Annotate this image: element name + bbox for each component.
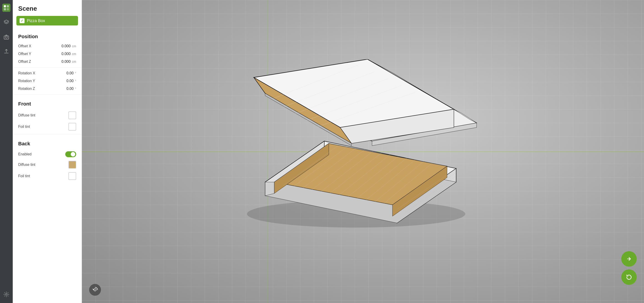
front-foil-tint-swatch[interactable]	[68, 123, 76, 130]
back-foil-tint-swatch[interactable]	[68, 172, 76, 180]
offset-x-unit: cm	[72, 44, 76, 48]
offset-z-row: Offset Z 0.000 cm	[13, 58, 82, 66]
offset-z-label: Offset Z	[18, 60, 31, 64]
rotation-z-num: 0.00	[66, 87, 74, 91]
svg-point-7	[6, 294, 7, 295]
offset-z-unit: cm	[72, 60, 76, 64]
svg-rect-2	[4, 8, 6, 10]
back-diffuse-tint-label: Diffuse tint	[18, 163, 35, 167]
layers-icon[interactable]	[2, 18, 10, 26]
panel-title: Scene	[13, 0, 82, 16]
rotation-x-unit: °	[75, 72, 76, 75]
rotation-x-num: 0.00	[66, 71, 74, 75]
bottom-right-buttons	[621, 251, 637, 285]
settings-icon[interactable]	[2, 290, 10, 298]
next-button[interactable]	[621, 251, 637, 266]
front-section-title: Front	[13, 96, 82, 110]
rotation-z-label: Rotation Z	[18, 87, 35, 91]
front-diffuse-tint-row: Diffuse tint	[13, 110, 82, 121]
svg-rect-0	[4, 5, 6, 7]
offset-x-row: Offset X 0.000 cm	[13, 42, 82, 50]
front-diffuse-tint-swatch[interactable]	[68, 112, 76, 119]
scene-item-pizza-box[interactable]: Pizza Box	[16, 16, 78, 26]
back-diffuse-tint-swatch[interactable]	[68, 161, 76, 168]
front-foil-tint-row: Foil tint	[13, 121, 82, 132]
offset-y-row: Offset Y 0.000 cm	[13, 50, 82, 58]
svg-marker-22	[265, 182, 274, 196]
back-diffuse-tint-row: Diffuse tint	[13, 159, 82, 170]
offset-z-num: 0.000	[62, 60, 70, 64]
box-3d-container	[238, 59, 488, 236]
scene-item-check	[20, 18, 24, 23]
refresh-button[interactable]	[621, 269, 637, 285]
scene-item-label: Pizza Box	[27, 18, 45, 23]
offset-z-value-group: 0.000 cm	[62, 60, 76, 64]
back-enabled-toggle[interactable]	[65, 151, 76, 157]
position-section-title: Position	[13, 29, 82, 42]
reset-view-button[interactable]	[89, 284, 101, 296]
offset-y-num: 0.000	[62, 52, 70, 56]
front-foil-tint-label: Foil tint	[18, 125, 30, 129]
offset-y-label: Offset Y	[18, 52, 31, 56]
back-foil-tint-label: Foil tint	[18, 174, 30, 178]
svg-rect-1	[7, 5, 9, 7]
offset-x-num: 0.000	[62, 44, 70, 48]
offset-x-value-group: 0.000 cm	[62, 44, 76, 48]
svg-rect-3	[7, 8, 9, 10]
rotation-y-label: Rotation Y	[18, 79, 35, 83]
viewport[interactable]	[82, 0, 644, 303]
camera-icon[interactable]	[2, 33, 10, 41]
offset-x-label: Offset X	[18, 44, 32, 48]
rotation-z-value-group: 0.00 °	[66, 87, 76, 91]
rotation-z-unit: °	[75, 87, 76, 90]
rotation-x-label: Rotation X	[18, 71, 35, 75]
back-foil-tint-row: Foil tint	[13, 170, 82, 182]
rotation-z-row: Rotation Z 0.00 °	[13, 85, 82, 92]
back-section-title: Back	[13, 136, 82, 150]
box-svg	[238, 59, 488, 236]
offset-y-value-group: 0.000 cm	[62, 52, 76, 56]
offset-y-unit: cm	[72, 52, 76, 56]
rotation-y-unit: °	[75, 79, 76, 83]
rotation-y-row: Rotation Y 0.00 °	[13, 77, 82, 85]
icon-bar	[0, 0, 13, 303]
svg-point-5	[5, 36, 7, 38]
side-panel: Scene Pizza Box Position Offset X 0.000 …	[13, 0, 82, 303]
svg-rect-6	[4, 36, 9, 39]
back-enabled-row: Enabled	[13, 150, 82, 159]
logo-icon[interactable]	[2, 4, 10, 12]
front-diffuse-tint-label: Diffuse tint	[18, 113, 35, 118]
svg-marker-4	[4, 20, 9, 22]
upload-icon[interactable]	[2, 47, 10, 56]
rotation-y-value-group: 0.00 °	[66, 79, 76, 83]
back-enabled-label: Enabled	[18, 152, 32, 156]
rotation-x-row: Rotation X 0.00 °	[13, 70, 82, 77]
rotation-y-num: 0.00	[66, 79, 74, 83]
rotation-x-value-group: 0.00 °	[66, 71, 76, 75]
